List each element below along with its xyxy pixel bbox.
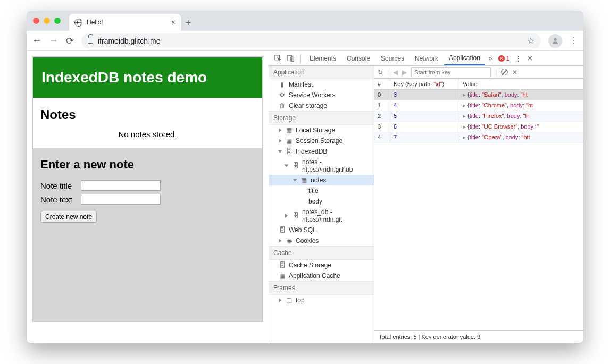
tab-title: Hello!: [87, 19, 103, 26]
gear-icon: ⚙: [279, 92, 286, 99]
more-tabs-icon[interactable]: »: [486, 55, 495, 62]
web-page: IndexedDB notes demo Notes No notes stor…: [27, 51, 269, 343]
storage-icon: ▦: [286, 127, 293, 134]
content-area: IndexedDB notes demo Notes No notes stor…: [27, 51, 583, 343]
table-row[interactable]: 25▸ {title: "Firefox", body: "h: [374, 111, 583, 122]
sidebar-item-notes-store[interactable]: ▦notes: [269, 175, 374, 185]
sidebar-item-title-index[interactable]: title: [269, 185, 374, 196]
database-icon: 🗄: [286, 148, 293, 155]
sidebar-item-cache-storage[interactable]: 🗄Cache Storage: [269, 260, 374, 270]
devtools-settings-icon[interactable]: ⋮: [513, 54, 524, 62]
minimize-window-icon[interactable]: [44, 18, 50, 24]
globe-icon: [74, 19, 82, 27]
notes-section: Notes No notes stored.: [33, 98, 262, 148]
section-application: Application: [269, 66, 374, 79]
prev-page-icon[interactable]: ◀: [393, 69, 398, 76]
status-footer: Total entries: 5 | Key generator value: …: [374, 330, 583, 343]
tab-console[interactable]: Console: [342, 51, 375, 65]
device-icon[interactable]: [285, 55, 297, 62]
frame-icon: ▢: [286, 297, 293, 304]
data-panel: ↻ | ◀ ▶ | ✕ # Key (Key path: "id") Va: [374, 66, 583, 343]
sidebar-item-manifest[interactable]: ▮Manifest: [269, 79, 374, 90]
toolbar: ← → ⟳ iframeidb.glitch.me ☆ ⋮: [27, 31, 583, 51]
note-title-label: Note title: [40, 181, 81, 190]
sidebar-item-clear-storage[interactable]: 🗑Clear storage: [269, 100, 374, 111]
database-icon: 🗄: [292, 163, 299, 170]
devtools-close-icon[interactable]: ✕: [525, 54, 535, 62]
svg-point-0: [554, 38, 556, 40]
table-row[interactable]: 14▸ {title: "Chrome", body: "ht: [374, 100, 583, 111]
new-tab-button[interactable]: +: [181, 18, 196, 29]
data-table: # Key (Key path: "id") Value 03▸ {title:…: [374, 79, 583, 330]
sidebar-item-top-frame[interactable]: ▢top: [269, 295, 374, 306]
close-window-icon[interactable]: [33, 18, 39, 24]
sidebar-item-indexeddb[interactable]: 🗄IndexedDB: [269, 146, 374, 157]
browser-window: Hello! × + ← → ⟳ iframeidb.glitch.me ☆ ⋮…: [27, 11, 583, 343]
database-icon: 🗄: [292, 213, 299, 219]
note-title-input[interactable]: [81, 180, 161, 191]
refresh-icon[interactable]: ↻: [378, 69, 383, 76]
sidebar-item-cookies[interactable]: ◉Cookies: [269, 235, 374, 246]
col-index[interactable]: #: [374, 79, 390, 89]
sidebar-item-local-storage[interactable]: ▦Local Storage: [269, 125, 374, 136]
address-bar[interactable]: iframeidb.glitch.me ☆: [81, 33, 541, 48]
next-page-icon[interactable]: ▶: [402, 69, 407, 76]
sidebar-item-body-index[interactable]: body: [269, 196, 374, 207]
note-text-input[interactable]: [81, 194, 161, 205]
close-tab-icon[interactable]: ×: [171, 18, 176, 27]
note-text-label: Note text: [40, 195, 81, 204]
storage-icon: ▦: [286, 138, 293, 145]
cookie-icon: ◉: [286, 238, 293, 244]
app-header: IndexedDB notes demo: [33, 57, 262, 98]
sidebar-item-notes-db2[interactable]: 🗄notes_db - https://mdn.git: [269, 207, 374, 225]
svg-rect-2: [288, 55, 292, 61]
database-icon: 🗄: [279, 262, 286, 269]
inspect-icon[interactable]: [272, 55, 284, 62]
table-row[interactable]: 03▸ {title: "Safari", body: "ht: [374, 90, 583, 100]
tab-application[interactable]: Application: [444, 51, 485, 65]
bookmark-icon[interactable]: ☆: [527, 36, 534, 46]
data-toolbar: ↻ | ◀ ▶ | ✕: [374, 66, 583, 79]
table-header: # Key (Key path: "id") Value: [374, 79, 583, 90]
create-note-button[interactable]: Create new note: [40, 211, 97, 223]
profile-button[interactable]: [548, 34, 562, 48]
tab-elements[interactable]: Elements: [305, 51, 341, 65]
delete-icon[interactable]: ✕: [512, 69, 517, 76]
table-icon: ▦: [300, 177, 307, 184]
section-storage: Storage: [269, 111, 374, 125]
table-row[interactable]: 36▸ {title: "UC Browser", body: ": [374, 122, 583, 132]
col-key[interactable]: Key (Key path: "id"): [390, 79, 459, 89]
error-badge[interactable]: ✕1: [496, 55, 512, 62]
window-controls: [33, 18, 61, 24]
maximize-window-icon[interactable]: [54, 18, 61, 24]
sidebar-item-session-storage[interactable]: ▦Session Storage: [269, 136, 374, 146]
reload-button[interactable]: ⟳: [66, 35, 74, 47]
database-icon: 🗄: [279, 227, 286, 234]
section-frames: Frames: [269, 281, 374, 295]
browser-tab[interactable]: Hello! ×: [69, 14, 181, 31]
new-note-form: Enter a new note Note title Note text Cr…: [33, 148, 262, 321]
forward-button[interactable]: →: [49, 35, 59, 46]
sidebar-item-notes-db[interactable]: 🗄notes - https://mdn.github: [269, 157, 374, 175]
trash-icon: 🗑: [279, 103, 286, 109]
lock-icon: [88, 38, 93, 44]
section-cache: Cache: [269, 246, 374, 260]
file-icon: ▮: [279, 81, 286, 88]
tab-sources[interactable]: Sources: [376, 51, 409, 65]
table-row[interactable]: 47▸ {title: "Opera", body: "htt: [374, 132, 583, 143]
col-value[interactable]: Value: [459, 79, 583, 89]
sidebar-item-websql[interactable]: 🗄Web SQL: [269, 225, 374, 235]
back-button[interactable]: ←: [32, 35, 41, 46]
notes-heading: Notes: [40, 107, 255, 122]
notes-app: IndexedDB notes demo Notes No notes stor…: [32, 56, 263, 322]
menu-button[interactable]: ⋮: [570, 36, 578, 46]
key-search-input[interactable]: [411, 67, 491, 77]
clear-icon[interactable]: [501, 69, 508, 75]
sidebar-item-service-workers[interactable]: ⚙Service Workers: [269, 90, 374, 100]
form-heading: Enter a new note: [40, 158, 255, 172]
tab-network[interactable]: Network: [410, 51, 443, 65]
devtools-panel: Elements Console Sources Network Applica…: [269, 51, 583, 343]
sidebar-item-app-cache[interactable]: ▦Application Cache: [269, 270, 374, 281]
tab-strip: Hello! × +: [27, 11, 583, 31]
url-text: iframeidb.glitch.me: [98, 37, 161, 45]
